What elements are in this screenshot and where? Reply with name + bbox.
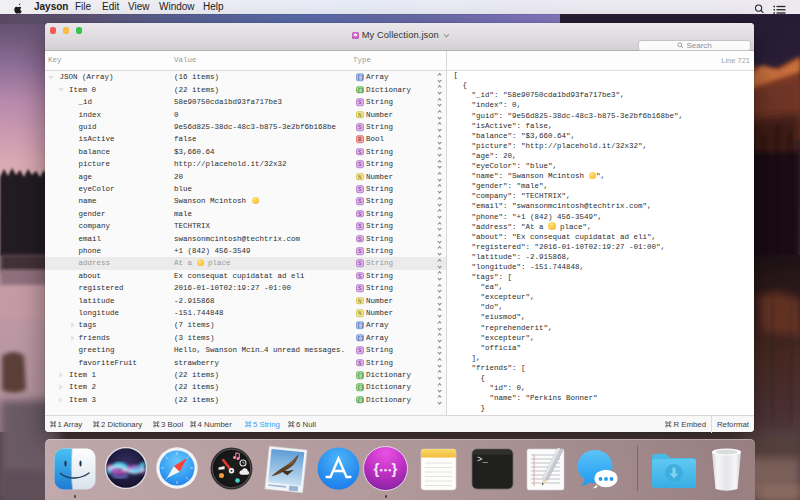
svg-text:{: { bbox=[374, 460, 380, 477]
svg-text:}: } bbox=[392, 460, 398, 477]
svg-text:>_: >_ bbox=[477, 455, 488, 465]
